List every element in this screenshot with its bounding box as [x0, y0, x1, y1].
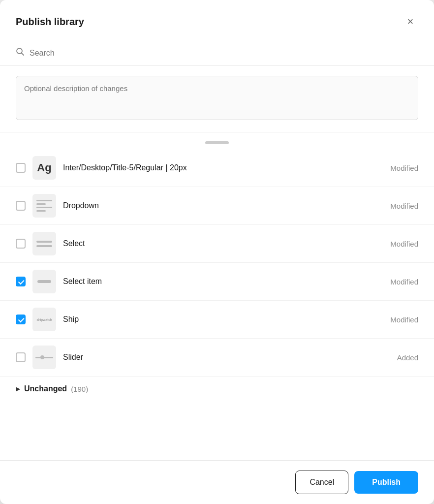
item-status-dropdown: Modified: [390, 202, 418, 210]
items-section: Ag Inter/Desktop/Title-5/Regular | 20px …: [0, 132, 434, 460]
item-name-select: Select: [63, 239, 383, 248]
expand-icon: ▶: [16, 385, 20, 392]
checkbox-dropdown[interactable]: [16, 201, 26, 211]
list-item: Slider Added: [0, 339, 434, 377]
item-status-inter-desktop-title: Modified: [390, 164, 418, 172]
publish-library-dialog: Publish library × Ag Inter/Desktop/Title…: [0, 0, 434, 504]
thumb-line: [36, 210, 46, 212]
thumb-slider-track: [35, 357, 53, 358]
item-status-select: Modified: [390, 240, 418, 248]
thumb-select-bar: [36, 245, 52, 247]
thumb-line: [36, 203, 46, 205]
list-item: Select Modified: [0, 225, 434, 263]
item-thumbnail-select-item: [32, 270, 56, 293]
thumb-lines-icon: [32, 196, 56, 216]
thumb-ship-icon: shipwatch: [34, 316, 54, 323]
unchanged-count: (190): [71, 385, 88, 393]
search-section: [0, 41, 434, 66]
list-item: Dropdown Modified: [0, 187, 434, 225]
item-thumbnail-inter-desktop-title: Ag: [32, 156, 56, 180]
checkbox-inter-desktop-title[interactable]: [16, 163, 26, 173]
list-item: shipwatch Ship Modified: [0, 301, 434, 339]
thumb-line: [36, 207, 52, 208]
unchanged-label: Unchanged: [24, 384, 67, 393]
description-textarea[interactable]: [16, 76, 418, 120]
publish-button[interactable]: Publish: [354, 471, 418, 494]
item-name-slider: Slider: [63, 353, 390, 362]
item-thumbnail-select: [32, 232, 56, 255]
thumb-select-item-bar: [37, 280, 51, 283]
close-button[interactable]: ×: [403, 14, 418, 30]
dialog-footer: Cancel Publish: [0, 460, 434, 504]
item-status-select-item: Modified: [390, 278, 418, 286]
svg-line-1: [22, 53, 24, 56]
search-icon: [16, 47, 25, 59]
thumb-line: [36, 200, 52, 201]
thumb-ag-icon: Ag: [37, 161, 51, 174]
list-item: Select item Modified: [0, 263, 434, 301]
item-name-inter-desktop-title: Inter/Desktop/Title-5/Regular | 20px: [63, 163, 383, 172]
item-thumbnail-ship: shipwatch: [32, 308, 56, 331]
item-status-ship: Modified: [390, 315, 418, 324]
checkbox-ship[interactable]: [16, 315, 26, 324]
dialog-header: Publish library ×: [0, 0, 434, 41]
thumb-select-bar: [36, 241, 52, 243]
list-item: Ag Inter/Desktop/Title-5/Regular | 20px …: [0, 149, 434, 187]
checkbox-select-item[interactable]: [16, 277, 26, 286]
item-thumbnail-dropdown: [32, 194, 56, 218]
search-input[interactable]: [30, 49, 418, 58]
item-name-select-item: Select item: [63, 277, 383, 286]
checkbox-slider[interactable]: [16, 352, 26, 362]
description-section: [0, 66, 434, 132]
item-name-ship: Ship: [63, 315, 383, 324]
item-name-dropdown: Dropdown: [63, 201, 383, 210]
item-status-slider: Added: [397, 353, 418, 362]
item-thumbnail-slider: [32, 346, 56, 369]
cancel-button[interactable]: Cancel: [295, 471, 348, 494]
dialog-title: Publish library: [16, 16, 84, 28]
checkbox-select[interactable]: [16, 239, 26, 249]
scroll-indicator: [205, 141, 229, 144]
thumb-slider-handle: [40, 355, 44, 359]
unchanged-section[interactable]: ▶ Unchanged (190): [0, 377, 434, 401]
